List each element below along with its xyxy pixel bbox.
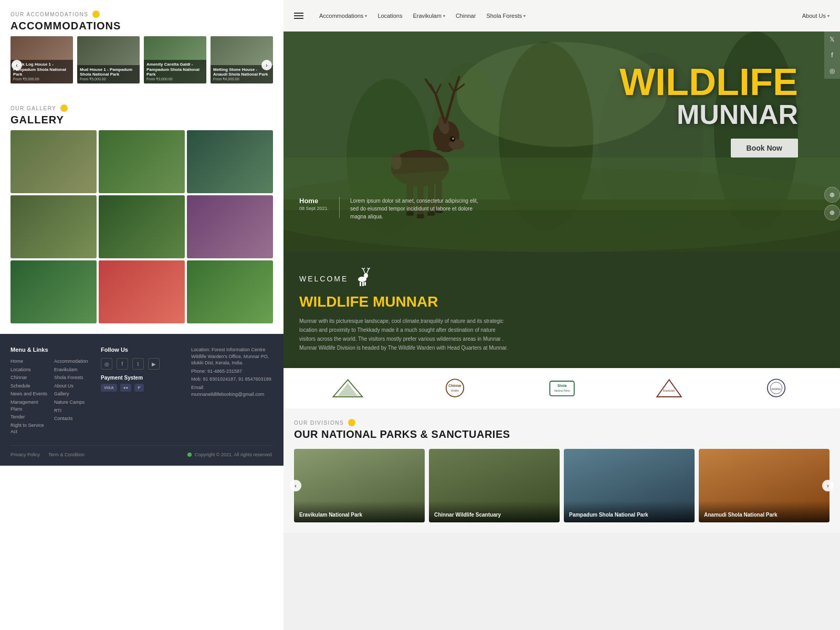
svg-text:Wildlife: Wildlife <box>451 390 459 392</box>
park-anamudi-name: Anamudi Shola National Park <box>704 511 824 518</box>
footer-link-rti[interactable]: RTI <box>54 407 92 414</box>
footer-link-accommodation[interactable]: Accommodation <box>54 358 92 365</box>
nav-eravikulam[interactable]: Eravikulam ▾ <box>413 13 445 19</box>
privacy-link[interactable]: Privacy Policy <box>10 452 40 457</box>
footer-menu-title: Menu & Links <box>10 346 92 353</box>
footer-bottom: Privacy Policy Term & Condition Copyrigh… <box>10 452 273 457</box>
park-card-pampadum: Pampadum Shola National Park <box>564 449 695 522</box>
payment-title: Payment System <box>101 375 183 381</box>
footer-email: Email: munnarwildlifebooking@gmail.com <box>191 384 273 397</box>
footer-link-gallery[interactable]: Gallery <box>54 391 92 397</box>
parks-dot <box>348 419 355 426</box>
nav-accommodations[interactable]: Accommodations ▾ <box>319 13 367 19</box>
eravikulam-park-logo: Eravikulam <box>652 376 686 400</box>
social-twitter-icon[interactable]: t <box>132 358 144 370</box>
gallery-title: GALLERY <box>10 114 273 126</box>
acc-card-3: Melting Stone House - Anaudi Shola Natio… <box>211 36 273 83</box>
footer-link-tender[interactable]: Tender <box>10 414 49 421</box>
hero-next-arrow[interactable]: ⊕ <box>824 187 840 203</box>
footer-link-locations[interactable]: Locations <box>10 366 49 373</box>
munnar-wildlife-logo: Munnar <box>331 376 365 400</box>
social-facebook-icon[interactable]: f <box>117 358 128 370</box>
welcome-description: Munnar with its picturesque landscape, c… <box>299 317 509 352</box>
social-facebook-right-icon[interactable]: f <box>824 47 840 63</box>
parks-next-button[interactable]: › <box>822 480 834 491</box>
accommodations-label: OUR ACCOMMODATIONS <box>10 10 273 18</box>
svg-marker-46 <box>338 383 357 396</box>
gallery-label: OUR GALLERY <box>10 104 273 112</box>
chevron-down-icon-2: ▾ <box>443 14 445 18</box>
footer-link-about[interactable]: About Us <box>54 383 92 390</box>
mastercard-icon: ●● <box>120 384 132 392</box>
acc-card-1-name: Mud House 1 - Pampadum Shola National Pa… <box>80 67 137 77</box>
nav-about-us[interactable]: About Us ▾ <box>802 13 830 19</box>
footer-follow-title: Follow Us <box>101 346 183 353</box>
social-instagram-right-icon[interactable]: ◎ <box>824 63 840 79</box>
parks-header: OUR DIVISIONS OUR NATIONAL PARKS & SANCT… <box>294 419 830 440</box>
gallery-item-0 <box>10 130 97 193</box>
footer-link-nature[interactable]: Nature Camps <box>54 399 92 406</box>
nav-locations[interactable]: Locations <box>377 13 402 19</box>
hero-title-wildlife: WILDLIFE <box>620 63 798 101</box>
terms-link[interactable]: Term & Condition <box>48 452 85 457</box>
logo-wildlife5: Wildlife <box>759 376 793 400</box>
footer-link-schedule[interactable]: Schedule <box>10 383 49 390</box>
svg-text:Shola: Shola <box>557 384 566 387</box>
hero-title-munnar: MUNNAR <box>620 101 798 128</box>
footer-link-contacts[interactable]: Contacts <box>54 415 92 422</box>
acc-prev-button[interactable]: ‹ <box>12 60 22 70</box>
social-twitter-right-icon[interactable]: 𝕏 <box>824 32 840 47</box>
footer-link-eravikulam[interactable]: Eravikulam <box>54 366 92 373</box>
welcome-label: WELCOME <box>299 275 348 283</box>
park-pampadum-name: Pampadum Shola National Park <box>569 511 689 518</box>
breadcrumb-date: 08 Sept 2021. <box>299 206 329 211</box>
chevron-down-icon-4: ▾ <box>827 14 830 18</box>
deer-small-icon <box>354 268 370 289</box>
breadcrumb-divider <box>339 197 340 218</box>
hero-breadcrumb: Home 08 Sept 2021. Lorem ipsum dolor sit… <box>299 197 481 220</box>
svg-point-35 <box>364 273 368 278</box>
accommodations-title: ACCOMMODATIONS <box>10 20 273 32</box>
acc-card-2-name: Amenity Caretta Galdi - Pampadum Shola N… <box>146 62 204 77</box>
svg-point-48 <box>446 379 463 396</box>
gallery-dot <box>60 104 68 112</box>
nav-chinnar[interactable]: Chinnar <box>456 13 476 19</box>
breadcrumb-home-block: Home 08 Sept 2021. <box>299 197 329 211</box>
park-card-eravikulam: Eravikulam National Park <box>294 449 425 522</box>
gallery-item-7 <box>99 260 185 323</box>
footer-phone: Phone: 91-4865-231587 <box>191 368 273 375</box>
footer-link-home[interactable]: Home <box>10 358 49 365</box>
acc-card-1-price: From ₹5,000.00 <box>80 77 137 81</box>
footer-link-chinnar[interactable]: Chinnar <box>10 374 49 381</box>
visa-icon: VISA <box>101 384 117 392</box>
park-eravikulam-name: Eravikulam National Park <box>299 511 419 518</box>
hero-content: WILDLIFE MUNNAR Book Now <box>620 63 798 158</box>
footer-link-shola[interactable]: Shola Forests <box>54 374 92 381</box>
label-dot <box>92 10 100 18</box>
welcome-header: WELCOME <box>299 268 824 289</box>
footer-links-2col: Home Locations Chinnar Schedule News and… <box>10 358 92 437</box>
parks-prev-button[interactable]: ‹ <box>290 480 301 491</box>
footer-link-news[interactable]: News and Events <box>10 391 49 397</box>
footer-link-mgmt[interactable]: Management Plans <box>10 399 49 412</box>
green-dot <box>187 453 192 457</box>
acc-card-2-price: From ₹3,000.00 <box>146 77 204 81</box>
gallery-section <box>0 130 284 334</box>
footer-link-rsa[interactable]: Right to Service Act <box>10 422 49 435</box>
right-panel: Accommodations ▾ Locations Eravikulam ▾ … <box>284 0 840 630</box>
gallery-header: OUR GALLERY GALLERY <box>0 94 284 130</box>
social-youtube-icon[interactable]: ▶ <box>148 358 160 370</box>
acc-next-button[interactable]: › <box>261 60 272 70</box>
book-now-button[interactable]: Book Now <box>731 139 798 158</box>
nav-shola-forests[interactable]: Shola Forests ▾ <box>486 13 526 19</box>
svg-rect-44 <box>364 282 366 286</box>
acc-card-2: Amenity Caretta Galdi - Pampadum Shola N… <box>144 36 206 83</box>
logo-chinnar: Chinnar Wildlife <box>438 376 472 400</box>
social-instagram-icon[interactable]: ◎ <box>101 358 112 370</box>
chevron-down-icon: ▾ <box>365 14 367 18</box>
acc-card-1: Mud House 1 - Pampadum Shola National Pa… <box>77 36 140 83</box>
parks-carousel: ‹ Eravikulam National Park Chinnar Wildl… <box>294 449 830 522</box>
hamburger-menu[interactable] <box>294 13 303 19</box>
hero-prev-arrow[interactable]: ⊕ <box>824 205 840 220</box>
svg-text:Chinnar: Chinnar <box>448 384 461 387</box>
